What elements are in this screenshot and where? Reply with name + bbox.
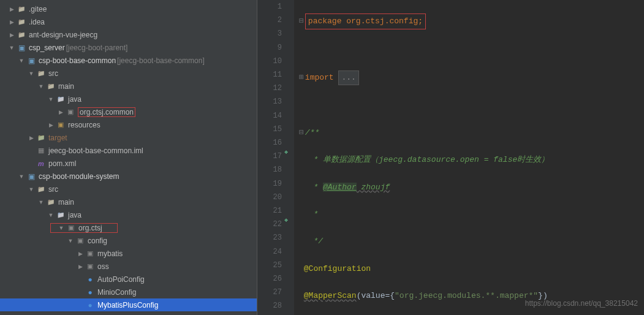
source-folder-icon: [56, 211, 66, 219]
chevron-down-icon[interactable]: [18, 173, 25, 180]
chevron-down-icon[interactable]: [67, 238, 74, 244]
red-highlight: org.ctsj.common: [78, 107, 135, 117]
chevron-down-icon[interactable]: [28, 186, 34, 192]
folded-code[interactable]: ...: [338, 70, 358, 85]
tree-label: .idea: [29, 18, 45, 26]
tree-label: csp-boot-base-common: [39, 56, 116, 65]
tree-label: csp-boot-module-system: [39, 172, 119, 181]
tree-item-pom[interactable]: mpom.xml: [0, 157, 257, 170]
code-content[interactable]: ⊟package org.ctsj.config; ⊞import ... ⊟/…: [294, 0, 644, 315]
folder-icon: [17, 5, 26, 13]
class-icon: [85, 288, 95, 297]
fold-icon[interactable]: ⊟: [299, 128, 304, 137]
tree-label: mybatis: [97, 249, 123, 258]
tree-label: target: [48, 134, 67, 142]
project-tree[interactable]: .gitee .idea ant-design-vue-jeecg csp_se…: [0, 0, 257, 315]
tree-item-autopoi[interactable]: AutoPoiConfig: [0, 273, 257, 286]
chevron-down-icon[interactable]: [58, 225, 64, 231]
chevron-right-icon[interactable]: [28, 135, 34, 141]
chevron-right-icon[interactable]: [58, 109, 64, 115]
tree-label: MinioConfig: [97, 288, 136, 297]
folder-icon: [46, 82, 56, 91]
tree-label: java: [68, 211, 81, 219]
tree-item-java[interactable]: java: [0, 93, 257, 105]
tree-item-mybatis[interactable]: mybatis: [0, 247, 257, 260]
class-icon: [85, 301, 95, 309]
chevron-right-icon[interactable]: [9, 32, 15, 38]
tree-label: main: [58, 198, 74, 207]
maven-icon: m: [36, 159, 46, 168]
tree-item-iml[interactable]: jeecg-boot-base-common.iml: [0, 144, 257, 157]
tree-label: main: [58, 82, 74, 91]
tree-item-main2[interactable]: main: [0, 195, 257, 208]
tree-item-oss[interactable]: oss: [0, 260, 257, 273]
tree-item-org-ctsj-common[interactable]: org.ctsj.common: [0, 105, 257, 118]
tree-item-mybatisplus[interactable]: MybatisPlusConfig: [0, 298, 257, 311]
target-folder-icon: [36, 134, 46, 142]
chevron-right-icon[interactable]: [9, 6, 15, 12]
tree-item-module-system[interactable]: csp-boot-module-system: [0, 170, 257, 183]
folder-icon: [17, 18, 26, 26]
tree-item-org-ctsj[interactable]: org.ctsj: [0, 221, 257, 234]
tree-item-config[interactable]: config: [0, 234, 257, 247]
folder-icon: [17, 31, 26, 39]
package-icon: [66, 224, 76, 232]
red-highlight: package org.ctsj.config;: [305, 13, 426, 29]
tree-item-main[interactable]: main: [0, 80, 257, 93]
chevron-down-icon[interactable]: [38, 83, 44, 89]
chevron-down-icon[interactable]: [48, 212, 54, 218]
tree-item-basecommon[interactable]: csp-boot-base-common[jeecg-boot-base-com…: [0, 54, 257, 67]
spring-bean-icon[interactable]: ❖: [284, 148, 293, 157]
tree-label: src: [48, 69, 58, 78]
chevron-down-icon[interactable]: [18, 58, 25, 64]
tree-item-gitee[interactable]: .gitee: [0, 2, 257, 15]
resources-folder-icon: [56, 121, 66, 129]
tree-label: org.ctsj.common: [80, 108, 134, 116]
fold-icon[interactable]: ⊟: [299, 17, 304, 26]
tree-label: config: [88, 237, 107, 245]
tree-label: ant-design-vue-jeecg: [29, 31, 97, 39]
class-icon: [85, 275, 95, 284]
folder-icon: [36, 185, 46, 194]
kw: import: [305, 73, 339, 82]
tree-label: .gitee: [29, 5, 47, 13]
module-icon: [26, 56, 36, 65]
editor-gutter: 1239101112131415161718192021222324252627…: [257, 0, 294, 315]
chevron-right-icon[interactable]: [9, 19, 15, 25]
tree-item-java2[interactable]: java: [0, 208, 257, 221]
tree-label-extra: [jeecg-boot-base-common]: [117, 56, 205, 65]
tree-label: csp_server: [29, 44, 65, 52]
chevron-down-icon[interactable]: [48, 96, 54, 102]
package-icon: [66, 108, 75, 116]
chevron-right-icon[interactable]: [48, 122, 54, 128]
module-icon: [26, 172, 36, 181]
code-editor[interactable]: 1239101112131415161718192021222324252627…: [257, 0, 644, 315]
tree-label: java: [68, 95, 81, 104]
tree-item-resources[interactable]: resources: [0, 118, 257, 131]
spring-bean-icon[interactable]: ❖: [284, 216, 293, 225]
module-icon: [17, 44, 26, 52]
tree-item-src2[interactable]: src: [0, 183, 257, 195]
tree-label: jeecg-boot-base-common.iml: [48, 146, 143, 155]
fold-icon[interactable]: ⊞: [299, 73, 304, 82]
tree-item-src[interactable]: src: [0, 67, 257, 80]
folder-icon: [46, 198, 56, 207]
chevron-right-icon[interactable]: [77, 251, 83, 257]
package-icon: [85, 262, 95, 271]
tree-item-cspserver[interactable]: csp_server[jeecg-boot-parent]: [0, 41, 257, 54]
package-icon: [85, 249, 95, 258]
tree-label: MybatisPlusConfig: [97, 301, 158, 309]
tree-item-minio[interactable]: MinioConfig: [0, 286, 257, 298]
chevron-down-icon[interactable]: [28, 70, 34, 77]
tree-label: org.ctsj: [78, 224, 102, 232]
folder-icon: [36, 69, 46, 78]
source-folder-icon: [56, 95, 66, 104]
chevron-down-icon[interactable]: [38, 199, 44, 205]
chevron-right-icon[interactable]: [77, 264, 83, 270]
watermark: https://blog.csdn.net/qq_38215042: [525, 299, 638, 308]
tree-item-target[interactable]: target: [0, 131, 257, 144]
tree-item-idea[interactable]: .idea: [0, 15, 257, 28]
tree-item-antdesign[interactable]: ant-design-vue-jeecg: [0, 28, 257, 41]
chevron-down-icon[interactable]: [9, 45, 15, 51]
package-icon: [75, 237, 85, 245]
